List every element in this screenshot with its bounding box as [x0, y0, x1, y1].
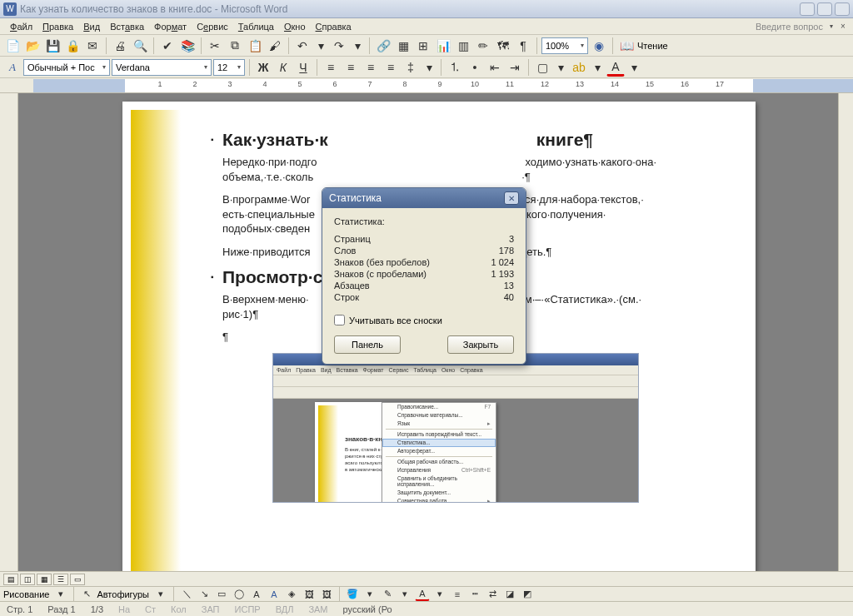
font-color-icon[interactable]: A	[606, 58, 625, 77]
increase-indent-icon[interactable]: ⇥	[506, 58, 524, 77]
decrease-indent-icon[interactable]: ⇤	[486, 58, 504, 77]
textbox-icon[interactable]: A	[249, 588, 264, 601]
line-spacing-dd-icon[interactable]: ▾	[422, 58, 436, 77]
select-objects-icon[interactable]: ↖	[79, 588, 94, 601]
align-justify-icon[interactable]: ≡	[382, 58, 400, 77]
paste-icon[interactable]: 📋	[246, 37, 264, 55]
arrow-icon[interactable]: ↘	[197, 588, 212, 601]
horizontal-ruler[interactable]: 1234567891011121314151617	[33, 79, 853, 92]
menu-tools[interactable]: Сервис	[192, 20, 233, 33]
help-icon[interactable]: ◉	[590, 37, 608, 55]
redo-icon[interactable]: ↷	[330, 37, 348, 55]
rectangle-icon[interactable]: ▭	[214, 588, 229, 601]
dialog-titlebar[interactable]: Статистика ✕	[322, 188, 526, 208]
menu-format[interactable]: Формат	[149, 20, 192, 33]
close-button[interactable]: Закрыть	[447, 335, 514, 354]
close-window-button[interactable]	[835, 2, 850, 16]
email-icon[interactable]: ✉	[83, 37, 102, 55]
undo-dropdown-icon[interactable]: ▾	[313, 37, 328, 55]
outline-view-icon[interactable]: ☰	[53, 574, 68, 585]
zoom-selector[interactable]: 100%▾	[541, 37, 588, 54]
menu-view[interactable]: Вид	[78, 20, 105, 33]
italic-icon[interactable]: К	[274, 58, 292, 77]
minimize-button[interactable]	[800, 2, 815, 16]
dash-style-icon[interactable]: ┅	[467, 588, 482, 601]
vertical-ruler[interactable]	[0, 93, 18, 571]
wordart-icon[interactable]: A	[267, 588, 282, 601]
font-size-selector[interactable]: 12▾	[213, 59, 245, 76]
line-spacing-icon[interactable]: ‡	[402, 58, 420, 77]
font-selector[interactable]: Verdana▾	[112, 59, 212, 76]
format-painter-icon[interactable]: 🖌	[266, 37, 284, 55]
align-left-icon[interactable]: ≡	[322, 58, 340, 77]
arrow-style-icon[interactable]: ⇄	[485, 588, 500, 601]
doc-map-icon[interactable]: 🗺	[494, 37, 512, 55]
menu-edit[interactable]: Правка	[37, 20, 78, 33]
web-view-icon[interactable]: ◫	[20, 574, 35, 585]
clipart-icon[interactable]: 🖼	[302, 588, 317, 601]
fill-color-icon[interactable]: 🪣	[345, 588, 360, 601]
panel-button[interactable]: Панель	[334, 335, 401, 354]
drawing-icon[interactable]: ✏	[474, 37, 492, 55]
underline-icon[interactable]: Ч	[294, 58, 312, 77]
align-right-icon[interactable]: ≡	[362, 58, 380, 77]
footnotes-checkbox[interactable]: Учитывать все сноски	[334, 315, 514, 325]
menu-file[interactable]: Файл	[5, 20, 37, 33]
menu-help[interactable]: Справка	[311, 20, 357, 33]
drawing-dd-icon[interactable]: ▾	[53, 588, 68, 601]
maximize-button[interactable]	[817, 2, 832, 16]
oval-icon[interactable]: ◯	[232, 588, 247, 601]
menu-insert[interactable]: Вставка	[105, 20, 149, 33]
reading-view-icon[interactable]: ▭	[70, 574, 85, 585]
excel-icon[interactable]: 📊	[434, 37, 452, 55]
new-doc-icon[interactable]: 📄	[3, 37, 22, 55]
cut-icon[interactable]: ✂	[206, 37, 224, 55]
reading-label[interactable]: Чтение	[637, 41, 668, 51]
copy-icon[interactable]: ⧉	[226, 37, 244, 55]
font-color-draw-icon[interactable]: A	[415, 588, 430, 601]
ask-question-box[interactable]: Введите вопрос	[756, 22, 823, 32]
research-icon[interactable]: 📚	[178, 37, 197, 55]
status-language[interactable]: русский (Ро	[343, 604, 392, 614]
reading-layout-icon[interactable]: 📖	[617, 37, 636, 55]
autoshapes-dd-icon[interactable]: ▾	[153, 588, 168, 601]
normal-view-icon[interactable]: ▤	[3, 574, 18, 585]
highlight-icon[interactable]: ab	[570, 58, 588, 77]
font-color-dd-icon[interactable]: ▾	[626, 58, 641, 77]
columns-icon[interactable]: ▥	[454, 37, 472, 55]
line-icon[interactable]: ＼	[179, 588, 194, 601]
bold-icon[interactable]: Ж	[254, 58, 272, 77]
styles-icon[interactable]: A	[3, 61, 22, 74]
tables-borders-icon[interactable]: ▦	[394, 37, 412, 55]
numbered-list-icon[interactable]: ⒈	[446, 58, 464, 77]
print-view-icon[interactable]: ▦	[37, 574, 52, 585]
drawing-menu[interactable]: Рисование	[3, 589, 49, 599]
spellcheck-icon[interactable]: ✔	[158, 37, 177, 55]
menu-close-icon[interactable]: ×	[838, 22, 848, 32]
ask-dropdown-icon[interactable]: ▾	[830, 22, 833, 30]
redo-dropdown-icon[interactable]: ▾	[350, 37, 365, 55]
3d-icon[interactable]: ◩	[520, 588, 535, 601]
menu-table[interactable]: Таблица	[233, 20, 279, 33]
borders-icon[interactable]: ▢	[533, 58, 551, 77]
style-selector[interactable]: Обычный + Пос▾	[23, 59, 110, 76]
print-preview-icon[interactable]: 🔍	[131, 37, 149, 55]
insert-table-icon[interactable]: ⊞	[414, 37, 432, 55]
dialog-close-icon[interactable]: ✕	[504, 191, 519, 205]
show-marks-icon[interactable]: ¶	[514, 37, 532, 55]
open-icon[interactable]: 📂	[23, 37, 42, 55]
align-center-icon[interactable]: ≡	[342, 58, 360, 77]
bullet-list-icon[interactable]: •	[466, 58, 484, 77]
borders-dd-icon[interactable]: ▾	[553, 58, 568, 77]
line-style-icon[interactable]: ≡	[450, 588, 465, 601]
footnotes-checkbox-input[interactable]	[334, 315, 345, 325]
undo-icon[interactable]: ↶	[293, 37, 312, 55]
horizontal-scrollbar[interactable]: ▤ ◫ ▦ ☰ ▭	[0, 571, 853, 586]
hyperlink-icon[interactable]: 🔗	[374, 37, 392, 55]
picture-icon[interactable]: 🖼	[319, 588, 334, 601]
shadow-icon[interactable]: ◪	[502, 588, 517, 601]
vertical-scrollbar[interactable]	[838, 93, 853, 571]
diagram-icon[interactable]: ◈	[284, 588, 299, 601]
highlight-dd-icon[interactable]: ▾	[590, 58, 605, 77]
save-icon[interactable]: 💾	[43, 37, 62, 55]
